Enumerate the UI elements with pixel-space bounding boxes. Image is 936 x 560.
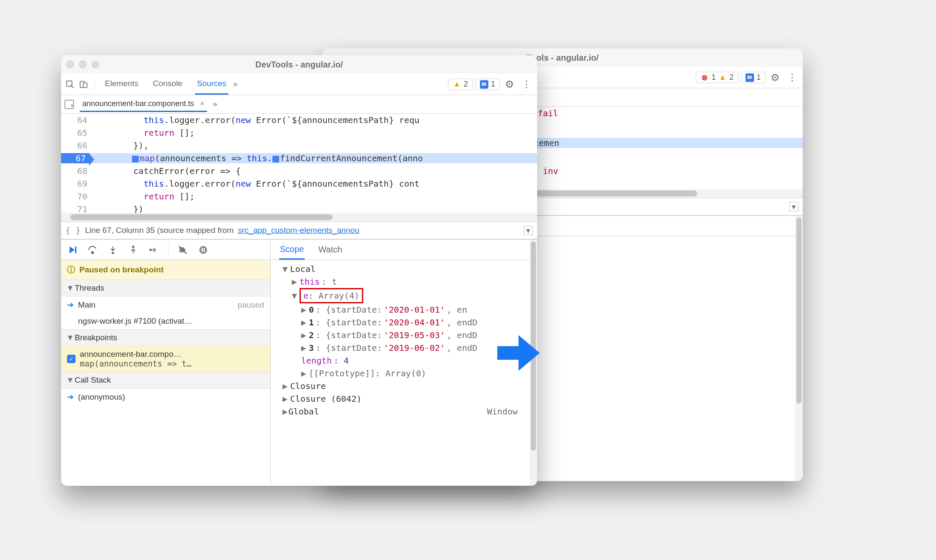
breakpoint-checkbox[interactable]: ✓ xyxy=(67,355,76,363)
step-icon[interactable] xyxy=(148,244,160,256)
step-into-icon[interactable] xyxy=(107,244,119,256)
breakpoint-marker-icon xyxy=(132,156,139,162)
minimize-dot-icon[interactable] xyxy=(79,61,87,68)
scope-tree[interactable]: ▼Local ▶this: t ▼e: Array(4) ▶0: {startD… xyxy=(271,260,537,486)
step-out-icon[interactable] xyxy=(127,244,139,256)
messages-badge[interactable]: ✉1 xyxy=(741,72,765,83)
debug-controls xyxy=(61,240,270,260)
paused-banner: ⓘ Paused on breakpoint xyxy=(61,260,270,280)
warning-icon: ▲ xyxy=(718,73,727,82)
callstack-header[interactable]: ▼Call Stack xyxy=(61,372,270,389)
tab-elements[interactable]: Elements xyxy=(103,74,140,95)
svg-rect-9 xyxy=(202,248,203,252)
svg-rect-2 xyxy=(83,83,87,87)
svg-point-4 xyxy=(92,252,93,253)
error-icon: ⊗ xyxy=(701,73,709,82)
tab-sources[interactable]: Sources xyxy=(195,74,228,95)
comparison-arrow-icon xyxy=(497,335,540,371)
more-tabs-chevron[interactable]: » xyxy=(233,80,238,89)
zoom-dot-icon[interactable] xyxy=(92,61,99,68)
kebab-menu-icon[interactable]: ⋮ xyxy=(785,72,799,83)
message-icon: ✉ xyxy=(480,80,488,89)
svg-rect-3 xyxy=(75,246,76,253)
window-title: DevTools - angular.io/ xyxy=(61,60,537,70)
pretty-print-icon[interactable]: { } xyxy=(65,225,81,235)
status-dropdown-icon[interactable]: ▾ xyxy=(789,202,799,211)
warnings-badge[interactable]: ▲2 xyxy=(448,78,473,90)
status-dropdown-icon[interactable]: ▾ xyxy=(524,226,533,235)
svg-point-6 xyxy=(132,246,134,247)
file-tab-active[interactable]: announcement-bar.component.ts × xyxy=(80,97,207,112)
scope-tabs: Scope Watch xyxy=(271,240,537,260)
file-tab-strip: ▸ announcement-bar.component.ts × » xyxy=(61,95,537,114)
navigator-page-icon[interactable]: ▸ xyxy=(64,100,74,109)
window-traffic-lights[interactable] xyxy=(66,61,99,68)
tab-console[interactable]: Console xyxy=(151,74,184,95)
watch-tab[interactable]: Watch xyxy=(317,241,343,259)
svg-point-5 xyxy=(112,252,114,254)
more-files-chevron[interactable]: » xyxy=(213,100,217,109)
debugger-sidebar: ⓘ Paused on breakpoint ▼Threads ➔ Main p… xyxy=(61,240,271,486)
main-toolbar: Elements Console Sources » ▲2 ✉1 ⚙ ⋮ xyxy=(61,74,537,95)
kebab-menu-icon[interactable]: ⋮ xyxy=(519,79,534,90)
info-icon: ⓘ xyxy=(67,264,75,275)
close-dot-icon[interactable] xyxy=(66,61,74,68)
vertical-scrollbar[interactable] xyxy=(795,216,803,481)
settings-gear-icon[interactable]: ⚙ xyxy=(502,78,517,90)
sourcemap-link[interactable]: src_app_custom-elements_annou xyxy=(238,226,359,235)
resume-button-icon[interactable] xyxy=(66,244,78,256)
cursor-status-bar: { } Line 67, Column 35 (source mapped fr… xyxy=(61,221,537,239)
horizontal-scrollbar[interactable] xyxy=(61,213,537,221)
close-tab-icon[interactable]: × xyxy=(200,99,205,108)
thread-worker[interactable]: ngsw-worker.js #7100 (activat… xyxy=(61,313,270,329)
step-over-icon[interactable] xyxy=(87,244,98,256)
issues-badge[interactable]: ⊗1 ▲2 xyxy=(696,72,738,83)
pause-exceptions-icon[interactable] xyxy=(197,244,209,256)
scope-tab[interactable]: Scope xyxy=(279,240,305,260)
devtools-window-left: DevTools - angular.io/ Elements Console … xyxy=(61,55,537,486)
warning-icon: ▲ xyxy=(453,80,461,89)
inspect-element-icon[interactable] xyxy=(64,79,76,90)
deactivate-breakpoints-icon[interactable] xyxy=(177,244,189,256)
thread-main[interactable]: ➔ Main paused xyxy=(61,297,270,313)
breakpoints-header[interactable]: ▼Breakpoints xyxy=(61,329,270,346)
breakpoint-item[interactable]: ✓ announcement-bar.compo… map(announceme… xyxy=(61,346,270,372)
execution-marker-icon xyxy=(272,156,279,162)
svg-point-7 xyxy=(150,249,151,251)
arrow-right-icon: ➔ xyxy=(67,392,74,402)
svg-rect-10 xyxy=(204,248,205,252)
messages-badge[interactable]: ✉1 xyxy=(475,78,500,90)
titlebar: DevTools - angular.io/ xyxy=(61,55,537,74)
message-icon: ✉ xyxy=(745,73,754,82)
device-toggle-icon[interactable] xyxy=(78,79,89,90)
code-editor[interactable]: 64 this.logger.error(new Error(`${announ… xyxy=(61,114,537,213)
svg-point-8 xyxy=(199,246,207,253)
callstack-frame[interactable]: ➔ (anonymous) xyxy=(61,389,270,405)
settings-gear-icon[interactable]: ⚙ xyxy=(768,72,782,84)
arrow-right-icon: ➔ xyxy=(67,300,74,310)
highlighted-variable: e: Array(4) xyxy=(300,288,363,303)
threads-header[interactable]: ▼Threads xyxy=(61,280,270,297)
